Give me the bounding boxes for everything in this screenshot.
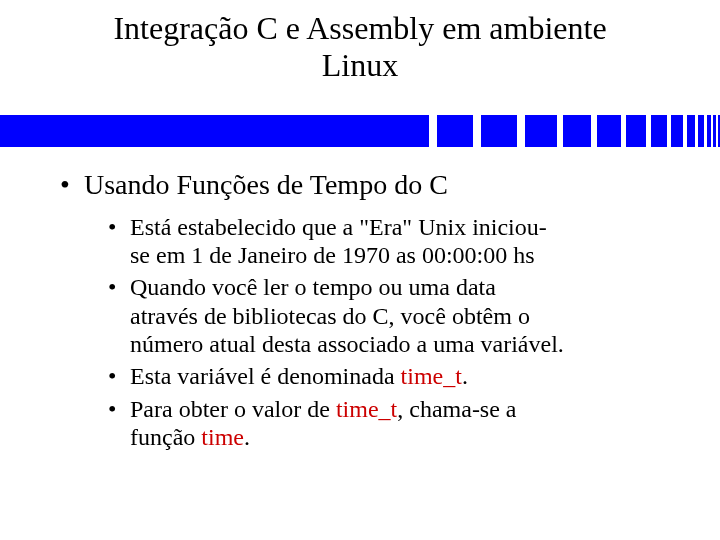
stripe-bar <box>687 115 695 147</box>
sub-bullets: Está estabelecido que a "Era" Unix inici… <box>60 213 660 452</box>
b4-suffix: . <box>244 424 250 450</box>
stripe-gap <box>473 115 481 147</box>
decorative-stripe <box>0 115 720 147</box>
stripe-gap <box>517 115 525 147</box>
b4-highlight-2: time <box>201 424 244 450</box>
stripe-bar <box>651 115 667 147</box>
stripe-bar <box>481 115 517 147</box>
heading-text: Usando Funções de Tempo do C <box>84 169 448 200</box>
b4-highlight-1: time_t <box>336 396 397 422</box>
title-line-1: Integração C e Assembly em ambiente <box>113 10 606 46</box>
stripe-bar <box>626 115 646 147</box>
slide: Integração C e Assembly em ambiente Linu… <box>0 0 720 540</box>
bullet-heading: Usando Funções de Tempo do C <box>60 170 660 201</box>
stripe-bar <box>563 115 591 147</box>
b4-line2-prefix: função <box>130 424 201 450</box>
bullet-item-4: Para obter o valor de time_t, chama-se a… <box>108 395 660 452</box>
b4-prefix: Para obter o valor de <box>130 396 336 422</box>
b3-prefix: Esta variável é denominada <box>130 363 401 389</box>
slide-title: Integração C e Assembly em ambiente Linu… <box>0 10 720 84</box>
bullet-item-3: Esta variável é denominada time_t. <box>108 362 660 390</box>
b2-line-a: Quando você ler o tempo ou uma data <box>130 274 496 300</box>
content-area: Usando Funções de Tempo do C Está estabe… <box>60 170 660 455</box>
b3-suffix: . <box>462 363 468 389</box>
b4-mid: , chama-se a <box>397 396 516 422</box>
stripe-bar <box>525 115 557 147</box>
b1-line-a: Está estabelecido que a "Era" Unix inici… <box>130 214 547 240</box>
stripe-bar <box>437 115 473 147</box>
stripe-bar <box>0 115 429 147</box>
bullet-item-1: Está estabelecido que a "Era" Unix inici… <box>108 213 660 270</box>
b2-line-b: através de bibliotecas do C, você obtêm … <box>130 303 530 329</box>
bullet-item-2: Quando você ler o tempo ou uma data atra… <box>108 273 660 358</box>
stripe-bar <box>597 115 621 147</box>
title-line-2: Linux <box>322 47 398 83</box>
stripe-bar <box>671 115 683 147</box>
b1-line-b: se em 1 de Janeiro de 1970 as 00:00:00 h… <box>130 242 535 268</box>
stripe-gap <box>429 115 437 147</box>
b2-line-c: número atual desta associado a uma variá… <box>130 331 564 357</box>
b3-highlight: time_t <box>401 363 462 389</box>
